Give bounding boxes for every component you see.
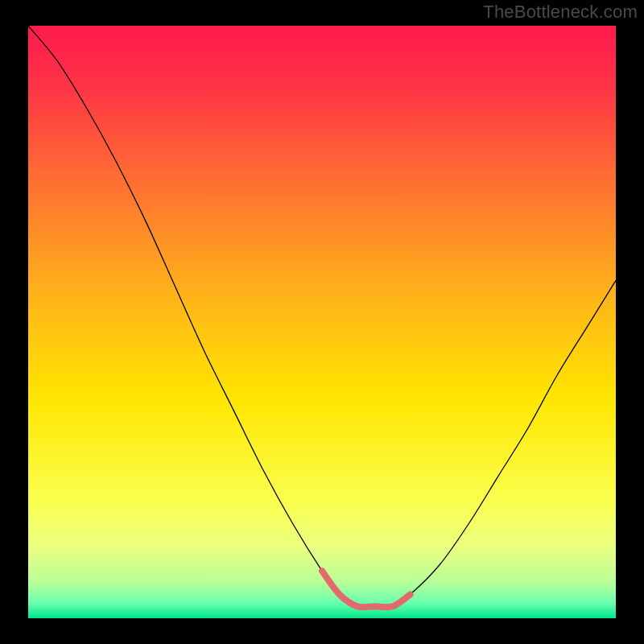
plot-area bbox=[28, 26, 616, 618]
optimal-zone-highlight bbox=[28, 26, 616, 618]
watermark-text: TheBottleneck.com bbox=[483, 2, 638, 23]
bottleneck-chart: TheBottleneck.com bbox=[0, 0, 644, 644]
